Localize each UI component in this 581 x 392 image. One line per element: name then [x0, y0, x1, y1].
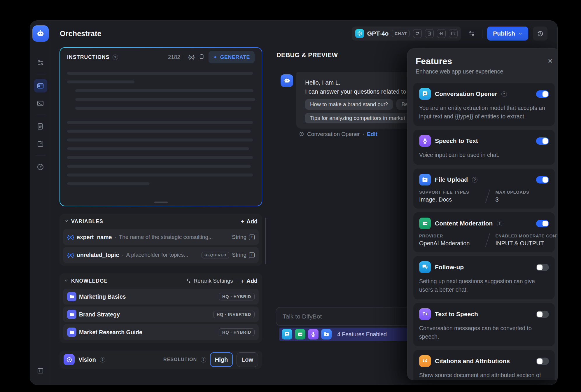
variables-section: VARIABLES +Add {x} expert_name · The nam…	[60, 214, 262, 266]
variable-row[interactable]: {x} unrelated_topic · A placeholder for …	[63, 247, 259, 263]
field-label: ENABLED MODERATE CONTENT	[496, 234, 558, 238]
conversation-opener-icon	[419, 88, 431, 100]
folder-icon	[67, 328, 76, 337]
copy-clipboard-icon[interactable]	[199, 53, 205, 61]
follow-up-icon	[419, 261, 431, 273]
resolution-low-button[interactable]: Low	[237, 352, 258, 367]
features-panel: Features Enhance web app user experience…	[407, 48, 558, 380]
opener-caption: Conversation Opener · Edit	[299, 131, 377, 137]
vision-title: Vision	[78, 356, 96, 363]
knowledge-row[interactable]: Marketing Basics HQ · HYBRID	[63, 289, 259, 304]
feature-card-content-moderation: Content Moderation ? PROVIDER OpenAI Mod…	[413, 212, 555, 252]
field-divider	[485, 233, 490, 247]
instructions-panel: INSTRUCTIONS ? 2182 {x} ✦ GENERATE	[60, 47, 262, 206]
feature-title: Text to Speech	[435, 311, 478, 318]
feature-title: Content Moderation	[435, 220, 493, 227]
speech-to-text-icon	[419, 135, 431, 147]
field-value: INPUT & OUTPUT	[496, 240, 558, 247]
suggestion-chip[interactable]: How to make a brand stand out?	[305, 99, 393, 110]
section-divider	[237, 278, 237, 284]
follow-up-toggle[interactable]	[536, 264, 549, 271]
sidebar-item-terminal[interactable]	[34, 97, 47, 110]
content-moderation-icon	[419, 218, 431, 229]
opener-caption-label: Conversation Opener	[307, 131, 360, 137]
scrollbar-thumb[interactable]	[265, 218, 266, 264]
generate-button[interactable]: ✦ GENERATE	[209, 51, 255, 63]
field-divider	[485, 190, 490, 203]
variable-row[interactable]: {x} expert_name · The name of the strate…	[63, 229, 259, 245]
citations-icon	[419, 355, 431, 367]
vision-icon	[64, 354, 75, 365]
feature-title: Citations and Attributions	[435, 358, 510, 365]
add-variable-button[interactable]: +Add	[241, 218, 258, 225]
help-icon[interactable]: ?	[497, 221, 502, 226]
file-upload-icon	[321, 329, 332, 340]
help-icon[interactable]: ?	[501, 91, 507, 97]
edit-opener-link[interactable]: Edit	[367, 131, 377, 137]
rerank-settings-button[interactable]: Rerank Settings	[186, 278, 233, 284]
resolution-high-button[interactable]: High	[210, 352, 233, 367]
instructions-skeleton-text	[67, 66, 255, 185]
required-badge: REQUIRED	[202, 252, 229, 258]
folder-icon	[67, 292, 76, 301]
vision-section: Vision ? RESOLUTION ? High Low	[60, 351, 262, 369]
variable-name: unrelated_topic	[77, 252, 119, 258]
sidebar-item-logs[interactable]	[34, 120, 47, 133]
sidebar-item-orchestrate[interactable]	[34, 79, 47, 92]
feature-card-citations: Citations and Attributions Show source d…	[413, 350, 555, 380]
variable-desc: A placeholder for topics...	[126, 252, 199, 258]
speech-to-text-icon	[308, 329, 318, 340]
field-label: MAX UPLOADS	[496, 190, 529, 195]
chevron-down-icon[interactable]	[64, 278, 69, 284]
text-to-speech-icon	[419, 308, 431, 320]
help-icon[interactable]: ?	[472, 177, 477, 183]
suggestion-chip[interactable]: Tips for analyzing competitors in market	[305, 113, 410, 123]
help-icon[interactable]: ?	[113, 55, 118, 60]
feature-description: Conversation messages can be converted t…	[419, 324, 549, 341]
chat-bubble-icon	[299, 131, 304, 137]
citations-toggle[interactable]	[536, 358, 549, 365]
sparkle-icon: ✦	[213, 55, 218, 60]
close-icon[interactable]: ✕	[548, 57, 553, 65]
knowledge-row[interactable]: Market Research Guide HQ · HYBRID	[63, 324, 259, 340]
feature-card-file-upload: File Upload ? SUPPORT FILE TYPES Image, …	[413, 169, 555, 209]
chevron-down-icon[interactable]	[64, 219, 69, 224]
knowledge-name: Brand Strategy	[79, 311, 120, 318]
feature-card-conversation-opener: Conversation Opener ? You are an entity …	[413, 83, 555, 126]
insert-variable-icon[interactable]: {x}	[188, 54, 195, 60]
knowledge-section: KNOWLEDGE Rerank Settings +Add Marketing…	[60, 273, 262, 343]
page-title: Orchestrate	[60, 29, 102, 38]
toolbar-divider	[184, 54, 184, 60]
feature-description: Setting up next questions suggestion can…	[419, 277, 549, 294]
instructions-header: INSTRUCTIONS ? 2182 {x} ✦ GENERATE	[67, 48, 255, 66]
variable-desc: The name of the strategic consulting...	[119, 234, 230, 240]
file-upload-icon	[419, 174, 431, 186]
sidebar-item-monitoring[interactable]	[34, 160, 47, 174]
speech-to-text-toggle[interactable]	[536, 137, 549, 145]
settings-sliders-icon[interactable]	[34, 56, 47, 69]
feature-description: Voice input can be used in chat.	[419, 151, 549, 159]
knowledge-badge: HQ · HYBRID	[219, 293, 255, 300]
add-knowledge-button[interactable]: +Add	[241, 278, 258, 284]
resolution-label: RESOLUTION	[163, 357, 197, 362]
content-moderation-toggle[interactable]	[536, 220, 549, 227]
stage: Orchestrate GPT-4o CHAT	[0, 0, 581, 392]
collapse-panel-icon[interactable]	[34, 364, 47, 377]
knowledge-title: KNOWLEDGE	[71, 278, 108, 284]
feature-description: Show source document and attributed sect…	[419, 371, 549, 380]
features-subtitle: Enhance web app user experience	[416, 68, 552, 75]
variable-icon: {x}	[67, 252, 74, 258]
bot-avatar	[281, 74, 293, 87]
resize-handle[interactable]	[154, 202, 168, 203]
knowledge-row[interactable]: Brand Strategy HQ · INVERTED	[63, 307, 259, 322]
sidebar-divider	[36, 155, 46, 155]
conversation-opener-toggle[interactable]	[536, 90, 549, 98]
file-upload-toggle[interactable]	[536, 176, 549, 183]
sidebar-item-annotations[interactable]	[34, 137, 47, 150]
feature-description: You are an entity extraction model that …	[419, 104, 549, 121]
variable-type: String	[232, 252, 246, 258]
folder-icon	[67, 310, 76, 319]
help-icon[interactable]: ?	[100, 357, 105, 363]
help-icon[interactable]: ?	[201, 357, 206, 363]
text-to-speech-toggle[interactable]	[536, 311, 549, 318]
